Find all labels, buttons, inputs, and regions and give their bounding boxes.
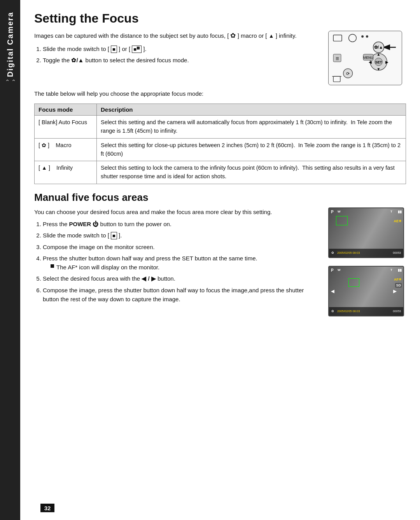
screen2-counter: 00053	[393, 309, 401, 313]
screen1-timestamp: 2005/02/05 08:03	[337, 251, 360, 255]
section1-title: Setting the Focus	[34, 12, 406, 25]
table-row-infinity: [ ▲ ] Infinity Select this setting to lo…	[35, 161, 406, 184]
page-number: 32	[40, 504, 54, 512]
svg-text:⟳: ⟳	[346, 72, 350, 76]
table-cell-mode-macro: [ ✿ ] Macro	[35, 138, 97, 161]
table-intro: The table below will help you choose the…	[34, 89, 406, 98]
section2-intro: You can choose your desired focus area a…	[34, 207, 320, 216]
screen-mockup-1: P W T ▮▮ AE✳ ✿ 2005/	[328, 207, 404, 258]
svg-text:▶: ▶	[385, 60, 388, 64]
screen1-p-label: P	[331, 210, 334, 214]
screen1-ui: P W T ▮▮ AE✳ ✿ 2005/	[329, 208, 403, 257]
screen1-t-label: T	[390, 210, 392, 213]
screen1-battery: ▮▮	[398, 210, 402, 214]
sidebar-arrows: ››	[4, 79, 16, 81]
sidebar-label: Digital Camera	[6, 12, 15, 77]
step-focus-area: Select the desired focus area with the ◀…	[43, 274, 320, 283]
screen2-af: AF✳	[394, 278, 402, 281]
screen2-arrow-left: ◀	[331, 288, 334, 293]
screen1-ae: AE✳	[394, 219, 402, 223]
bullet-af-text: The AF* icon will display on the monitor…	[56, 263, 159, 272]
camera-diagram: ✿/▲ SET ◀ ▶ ▲ ▼ ☰ ⟳	[328, 31, 402, 85]
bullet-af-icon: The AF* icon will display on the monitor…	[43, 263, 320, 272]
svg-text:▲: ▲	[377, 52, 381, 56]
table-cell-desc-auto: Select this setting and the camera will …	[97, 116, 406, 139]
section1-text-col: Images can be captured with the distance…	[34, 31, 320, 68]
table-header-description: Description	[97, 104, 406, 116]
screen2-arrow-right: ▶	[393, 288, 396, 293]
screen1-bottom-bar: ✿ 2005/02/05 08:03 00053	[329, 249, 403, 257]
manual-section: You can choose your desired focus area a…	[34, 207, 406, 320]
step1: Slide the mode switch to [ ■ ] or [ ■︎▦ …	[43, 44, 320, 53]
screen1-w-label: W	[338, 210, 341, 213]
svg-text:▼: ▼	[377, 67, 381, 71]
table-cell-desc-infinity: Select this setting to lock the camera t…	[97, 161, 406, 184]
screen1-overlay: P W T ▮▮ AE✳ ✿ 2005/	[329, 208, 403, 257]
svg-rect-0	[333, 35, 342, 41]
screen-mockup-2: P W T ▮▮ AF✳ SD ◀ ▶	[328, 266, 404, 316]
table-row-macro: [ ✿ ] Macro Select this setting for clos…	[35, 138, 406, 161]
screen2-t-label: T	[390, 268, 392, 272]
screen1-macro-icon: ✿	[331, 251, 334, 255]
screen2-bottom-bar: ✿ 2005/02/05 08:03 00053	[329, 307, 403, 316]
step-slide: Slide the mode switch to [ ■ ].	[43, 231, 320, 240]
step-compose-capture: Compose the image, press the shutter but…	[43, 286, 320, 304]
svg-text:SET: SET	[375, 60, 382, 64]
svg-text:◀: ◀	[369, 60, 372, 64]
main-content: Setting the Focus Images can be captured…	[20, 0, 420, 520]
screens-col: P W T ▮▮ AE✳ ✿ 2005/	[328, 207, 406, 320]
svg-text:✿/▲: ✿/▲	[374, 45, 383, 50]
screen1-counter: 00053	[393, 251, 401, 255]
table-cell-desc-macro: Select this setting for close-up picture…	[97, 138, 406, 161]
svg-text:☰: ☰	[336, 56, 339, 61]
section2-title: Manual five focus areas	[34, 192, 406, 204]
section1-intro-block: Images can be captured with the distance…	[34, 31, 406, 85]
screen2-ui: P W T ▮▮ AF✳ SD ◀ ▶	[329, 267, 403, 316]
step2: Toggle the ✿/▲ button to select the desi…	[43, 56, 320, 65]
manual-text-col: You can choose your desired focus area a…	[34, 207, 320, 307]
bullet-square-icon	[51, 264, 54, 268]
sidebar: Digital Camera ››	[0, 0, 20, 520]
section1-steps: Slide the mode switch to [ ■ ] or [ ■︎▦ …	[34, 44, 320, 65]
screen2-sd: SD	[395, 283, 402, 288]
screen2-p-label: P	[331, 268, 334, 272]
svg-point-1	[349, 34, 357, 42]
table-header-mode: Focus mode	[35, 104, 97, 116]
screen2-w-label: W	[338, 268, 341, 272]
screen1-focus-frame	[336, 216, 348, 225]
focus-table: Focus mode Description [ Blank] Auto Foc…	[34, 104, 406, 184]
screen2-overlay: P W T ▮▮ AF✳ SD ◀ ▶	[329, 267, 403, 316]
screen2-macro-icon: ✿	[331, 309, 334, 313]
section2-steps: Press the POWER ⏻ button to turn the pow…	[34, 220, 320, 304]
section1-intro-para: Images can be captured with the distance…	[34, 31, 320, 41]
svg-point-2	[361, 35, 364, 38]
step-shutter-half: Press the shutter button down half way a…	[43, 254, 320, 272]
svg-point-3	[366, 35, 368, 38]
table-cell-mode-infinity: [ ▲ ] Infinity	[35, 161, 97, 184]
svg-rect-18	[333, 77, 340, 82]
screen2-battery: ▮▮	[398, 268, 402, 272]
screen2-focus-frame	[348, 278, 359, 287]
step-compose1: Compose the image on the monitor screen.	[43, 242, 320, 251]
table-row-autofocus: [ Blank] Auto Focus Select this setting …	[35, 116, 406, 139]
table-cell-mode-auto: [ Blank] Auto Focus	[35, 116, 97, 139]
svg-text:MENU: MENU	[363, 56, 373, 60]
camera-diagram-col: ✿/▲ SET ◀ ▶ ▲ ▼ ☰ ⟳	[328, 31, 406, 85]
screen2-timestamp: 2005/02/05 08:03	[337, 309, 360, 313]
step-power: Press the POWER ⏻ button to turn the pow…	[43, 220, 320, 228]
